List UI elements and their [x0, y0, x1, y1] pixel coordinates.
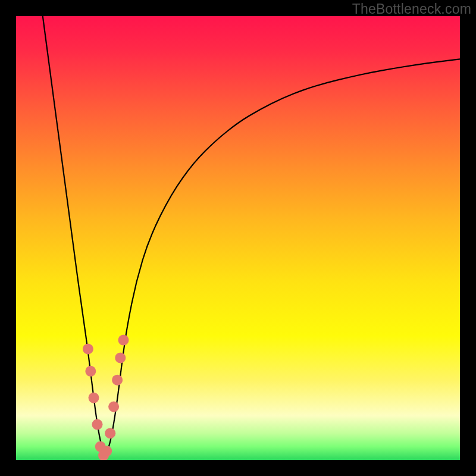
highlight-marker: [118, 335, 129, 346]
highlight-marker: [89, 393, 99, 403]
watermark-text: TheBottleneck.com: [352, 1, 471, 17]
plot-area: [16, 16, 460, 460]
bottleneck-curve-svg: [16, 16, 460, 460]
highlight-marker: [108, 402, 119, 412]
highlight-marker: [105, 428, 115, 439]
highlight-marker: [101, 446, 112, 456]
highlight-marker: [92, 419, 103, 430]
highlight-marker: [85, 366, 96, 377]
marker-group: [83, 335, 129, 460]
outer-frame: TheBottleneck.com: [0, 0, 476, 476]
highlight-marker: [115, 352, 126, 363]
highlight-marker: [83, 344, 93, 355]
highlight-marker: [112, 375, 123, 386]
bottleneck-curve-path: [43, 16, 460, 453]
